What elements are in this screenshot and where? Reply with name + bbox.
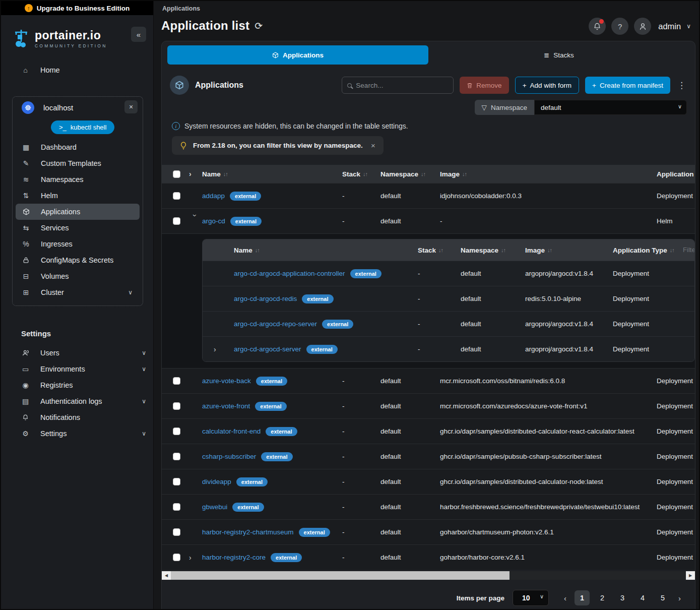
external-badge: external bbox=[322, 320, 353, 329]
application-name-link[interactable]: argo-cd bbox=[202, 217, 225, 225]
application-name-link[interactable]: harbor-registry2-chartmuseum bbox=[202, 528, 294, 536]
page-button-2[interactable]: 2 bbox=[595, 590, 610, 605]
upgrade-banner[interactable]: ↑ Upgrade to Business Edition bbox=[1, 1, 153, 15]
sort-icon: ↓↑ bbox=[438, 247, 443, 253]
column-stack[interactable]: Stack bbox=[342, 170, 360, 178]
namespace-select[interactable]: default bbox=[534, 100, 687, 115]
sub-column-application-type[interactable]: Application Type bbox=[613, 247, 667, 254]
sidebar-item-notifications[interactable]: Notifications bbox=[12, 409, 148, 425]
row-checkbox[interactable] bbox=[173, 528, 180, 536]
row-checkbox[interactable] bbox=[173, 377, 180, 385]
row-checkbox[interactable] bbox=[173, 503, 180, 511]
user-avatar[interactable] bbox=[634, 18, 651, 35]
sidebar-item-users[interactable]: Users ∨ bbox=[12, 345, 148, 361]
select-all-checkbox[interactable] bbox=[173, 170, 180, 178]
column-application-type[interactable]: Application Type bbox=[657, 170, 695, 178]
application-name-link[interactable]: argo-cd-argocd-application-controller bbox=[234, 270, 345, 277]
create-from-manifest-button[interactable]: + Create from manifest bbox=[585, 77, 670, 94]
sidebar-item-volumes[interactable]: ⊟ Volumes bbox=[16, 268, 140, 284]
items-per-page-select[interactable]: 10 bbox=[513, 590, 549, 606]
page-button-4[interactable]: 4 bbox=[635, 590, 650, 605]
page-button-5[interactable]: 5 bbox=[655, 590, 670, 605]
sidebar-item-configmaps-secrets[interactable]: ConfigMaps & Secrets bbox=[16, 252, 140, 268]
scrollbar-track[interactable] bbox=[510, 571, 686, 580]
sub-column-namespace[interactable]: Namespace bbox=[461, 247, 498, 254]
sidebar-item-home[interactable]: ⌂ Home bbox=[12, 62, 148, 78]
row-checkbox[interactable] bbox=[173, 192, 180, 200]
scrollbar-thumb[interactable] bbox=[171, 571, 510, 580]
page-button-3[interactable]: 3 bbox=[615, 590, 630, 605]
help-button[interactable]: ? bbox=[611, 18, 628, 35]
application-name-link[interactable]: azure-vote-back bbox=[202, 377, 251, 385]
application-name-link[interactable]: argo-cd-argocd-server bbox=[234, 345, 301, 353]
search-input[interactable] bbox=[356, 82, 448, 89]
left-column: ↑ Upgrade to Business Edition portainer.… bbox=[1, 1, 154, 609]
row-application-type: Deployment bbox=[657, 478, 695, 485]
sub-column-image[interactable]: Image bbox=[525, 247, 545, 254]
sidebar-item-services[interactable]: ⇆ Services bbox=[16, 220, 140, 236]
sidebar-item-authentication-logs[interactable]: ▤ Authentication logs ∨ bbox=[12, 393, 148, 409]
table-header: › Name↓↑ Stack↓↑ Namespace↓↑ Image↓↑ App… bbox=[162, 165, 695, 183]
row-expander[interactable]: › bbox=[203, 345, 234, 353]
application-name-link[interactable]: harbor-registry2-core bbox=[202, 554, 266, 561]
row-checkbox[interactable] bbox=[173, 217, 180, 225]
row-expander[interactable]: › bbox=[188, 554, 202, 562]
remove-button[interactable]: Remove bbox=[460, 77, 508, 94]
add-with-form-button[interactable]: + Add with form bbox=[515, 77, 579, 94]
refresh-icon[interactable]: ⟳ bbox=[254, 20, 263, 32]
application-name-link[interactable]: azure-vote-front bbox=[202, 402, 250, 410]
sidebar-item-environments[interactable]: ▭ Environments ∨ bbox=[12, 361, 148, 377]
sub-column-name[interactable]: Name bbox=[234, 247, 252, 254]
page-button-1[interactable]: 1 bbox=[575, 590, 590, 605]
sidebar-item-ingresses[interactable]: % Ingresses bbox=[16, 236, 140, 252]
environment-name: localhost bbox=[43, 103, 73, 112]
sidebar-item-dashboard[interactable]: ▦ Dashboard bbox=[16, 139, 140, 155]
lightbulb-icon bbox=[180, 142, 187, 150]
sidebar-item-registries[interactable]: ◉ Registries bbox=[12, 377, 148, 393]
application-name-link[interactable]: divideapp bbox=[202, 478, 231, 485]
tab-applications[interactable]: Applications bbox=[167, 45, 428, 65]
breadcrumb[interactable]: Applications bbox=[162, 5, 695, 12]
notifications-bell-button[interactable] bbox=[589, 18, 606, 35]
application-name-link[interactable]: calculator-front-end bbox=[202, 428, 261, 435]
scroll-right-button[interactable]: ▶ bbox=[686, 571, 695, 580]
terminal-icon: >_ bbox=[59, 124, 67, 131]
expand-all-icon[interactable]: › bbox=[188, 170, 202, 178]
sidebar-item-custom-templates[interactable]: ✎ Custom Templates bbox=[16, 155, 140, 171]
sidebar-item-applications[interactable]: Applications bbox=[16, 204, 140, 220]
sidebar-collapse-button[interactable]: « bbox=[131, 27, 146, 42]
auth-logs-icon: ▤ bbox=[21, 397, 30, 405]
application-name-link[interactable]: gbwebui bbox=[202, 503, 227, 511]
sub-column-stack[interactable]: Stack bbox=[418, 247, 436, 254]
application-name-link[interactable]: argo-cd-argocd-redis bbox=[234, 295, 297, 302]
row-checkbox[interactable] bbox=[173, 428, 180, 435]
environment-close-button[interactable]: × bbox=[124, 100, 138, 113]
kubectl-shell-button[interactable]: >_ kubectl shell bbox=[51, 120, 114, 134]
external-badge: external bbox=[230, 192, 261, 201]
row-expander[interactable]: › bbox=[191, 214, 199, 228]
tab-stacks[interactable]: ≣ Stacks bbox=[428, 45, 689, 65]
application-name-link[interactable]: csharp-subscriber bbox=[202, 453, 256, 460]
sidebar-item-namespaces[interactable]: ≋ Namespaces bbox=[16, 171, 140, 188]
sidebar-item-cluster[interactable]: ⊞ Cluster ∨ bbox=[16, 284, 140, 300]
previous-page-button[interactable]: ‹ bbox=[561, 594, 569, 602]
row-checkbox[interactable] bbox=[173, 554, 180, 561]
filter-label[interactable]: Filter bbox=[683, 246, 695, 254]
application-name-link[interactable]: addapp bbox=[202, 192, 225, 200]
column-namespace[interactable]: Namespace bbox=[380, 170, 418, 178]
row-stack: - bbox=[342, 428, 380, 435]
column-name[interactable]: Name bbox=[202, 170, 221, 178]
tip-close-icon[interactable]: × bbox=[371, 141, 375, 150]
scroll-left-button[interactable]: ◀ bbox=[162, 571, 171, 580]
more-options-button[interactable]: ⋮ bbox=[676, 80, 687, 91]
application-name-link[interactable]: argo-cd-argocd-repo-server bbox=[234, 320, 317, 328]
row-checkbox[interactable] bbox=[173, 402, 180, 410]
sidebar-item-settings[interactable]: ⚙ Settings ∨ bbox=[12, 425, 148, 442]
user-menu-chevron-icon[interactable]: ∨ bbox=[686, 23, 691, 30]
row-checkbox[interactable] bbox=[173, 478, 180, 485]
row-checkbox[interactable] bbox=[173, 453, 180, 460]
sidebar-item-helm[interactable]: ⇅ Helm bbox=[16, 188, 140, 204]
column-image[interactable]: Image bbox=[440, 170, 460, 178]
user-name[interactable]: admin bbox=[658, 22, 681, 31]
next-page-button[interactable]: › bbox=[675, 594, 684, 602]
